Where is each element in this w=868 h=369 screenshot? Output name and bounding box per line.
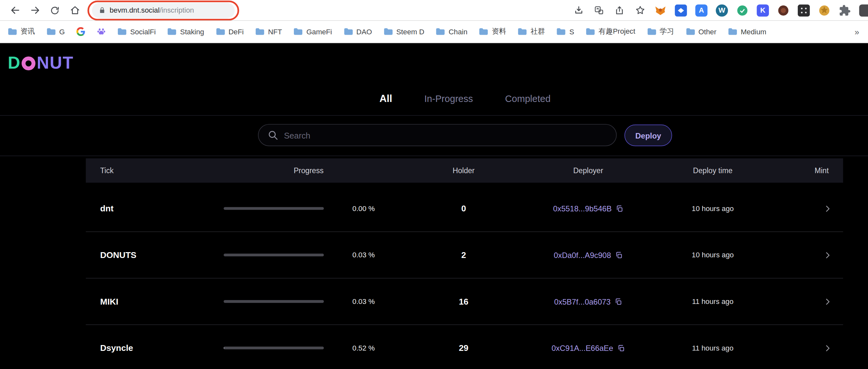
- bookmark-label: Staking: [180, 28, 204, 36]
- bookmark-paw[interactable]: [97, 27, 106, 36]
- bookmark-google[interactable]: [76, 27, 85, 36]
- table-row[interactable]: DONUTS 0.03 % 2 0xDa0f...A9c908 10 hours…: [86, 232, 843, 279]
- home-icon[interactable]: [69, 4, 81, 17]
- deployer-cell: 0x5B7f...0a6073: [523, 278, 653, 324]
- bookmark-item[interactable]: 有趣Project: [586, 27, 635, 37]
- tab-all[interactable]: All: [379, 93, 392, 104]
- folder-icon: [479, 28, 488, 36]
- google-favicon-icon: [76, 27, 85, 36]
- toolbar-actions: A W K: [572, 4, 868, 17]
- gold-token-icon[interactable]: [818, 4, 831, 17]
- bookmark-star-icon[interactable]: [634, 4, 646, 17]
- table-row[interactable]: dnt 0.00 % 0 0x5518...9b546B 10 hours ag…: [86, 185, 843, 232]
- bookmark-item[interactable]: Medium: [728, 28, 766, 36]
- metamask-icon[interactable]: [654, 4, 667, 17]
- progress-cell: 0.03 %: [213, 232, 404, 278]
- share-icon[interactable]: [613, 4, 626, 17]
- mint-chevron-icon[interactable]: [823, 343, 832, 352]
- bookmark-label: GameFi: [307, 28, 332, 36]
- bookmark-item[interactable]: G: [46, 28, 65, 36]
- extensions-puzzle-icon[interactable]: [839, 4, 851, 17]
- tick-cell: DONUTS: [86, 232, 213, 278]
- folder-icon: [167, 28, 177, 36]
- copy-address-button[interactable]: [615, 251, 623, 259]
- search-input[interactable]: [284, 130, 607, 140]
- deploy-button[interactable]: Deploy: [624, 125, 672, 146]
- bookmark-label: Steem D: [397, 28, 425, 36]
- folder-icon: [728, 28, 737, 36]
- progress-percent: 0.03 %: [324, 251, 404, 259]
- mint-cell: [772, 325, 843, 369]
- bookmark-label: DAO: [356, 28, 372, 36]
- bookmarks-overflow-chevron[interactable]: »: [855, 27, 860, 36]
- tab-in-progress[interactable]: In-Progress: [424, 94, 473, 104]
- url-path: /inscription: [160, 6, 194, 14]
- bookmark-item[interactable]: 资讯: [8, 27, 35, 37]
- bookmark-item[interactable]: DAO: [344, 28, 372, 36]
- deployer-cell: 0xDa0f...A9c908: [523, 232, 653, 278]
- bookmark-item[interactable]: Steem D: [383, 28, 424, 36]
- copy-address-button[interactable]: [617, 344, 625, 352]
- bookmark-item[interactable]: DeFi: [216, 28, 244, 36]
- folder-icon: [118, 28, 127, 36]
- back-icon[interactable]: [9, 4, 21, 17]
- brown-token-icon[interactable]: [777, 4, 790, 17]
- folder-icon: [46, 28, 56, 36]
- table-row[interactable]: Dsyncle 0.52 % 29 0xC91A...E66aEe 11 hou…: [86, 325, 843, 369]
- folder-icon: [8, 28, 17, 36]
- header-deployer: Deployer: [523, 158, 653, 183]
- header-progress: Progress: [213, 158, 404, 183]
- bookmark-item[interactable]: GameFi: [293, 28, 332, 36]
- deployer-address[interactable]: 0xDa0f...A9c908: [554, 250, 611, 259]
- reload-icon[interactable]: [49, 4, 61, 17]
- copy-address-button[interactable]: [615, 298, 622, 305]
- deployer-address[interactable]: 0x5518...9b546B: [553, 204, 612, 213]
- table-row[interactable]: MIKI 0.03 % 16 0x5B7f...0a6073 11 hours …: [86, 278, 843, 325]
- keypad-grid-icon[interactable]: [798, 4, 810, 17]
- bookmark-item[interactable]: Staking: [167, 28, 204, 36]
- deployer-address[interactable]: 0xC91A...E66aEe: [552, 343, 613, 352]
- donut-o-icon: [22, 56, 36, 70]
- bookmark-label: SocialFi: [130, 28, 156, 36]
- k-wallet-icon[interactable]: K: [757, 4, 769, 17]
- green-token-icon[interactable]: [736, 4, 749, 17]
- bookmark-item[interactable]: 资料: [479, 27, 506, 37]
- bookmark-item[interactable]: S: [557, 28, 574, 36]
- translate-extension-icon[interactable]: A: [695, 4, 708, 17]
- folder-icon: [586, 28, 595, 36]
- address-bar[interactable]: bevm.dnt.social/inscription: [92, 3, 235, 18]
- tab-completed[interactable]: Completed: [505, 94, 551, 104]
- bookmark-item[interactable]: 学习: [647, 27, 674, 37]
- blue-wallet-icon[interactable]: [675, 4, 687, 17]
- mint-cell: [772, 185, 843, 232]
- translate-icon[interactable]: [593, 4, 605, 17]
- mint-chevron-icon[interactable]: [823, 250, 832, 259]
- cropped-extension-icon[interactable]: [859, 4, 868, 17]
- deployer-cell: 0xC91A...E66aEe: [523, 325, 653, 369]
- donut-logo[interactable]: D NUT: [8, 53, 74, 73]
- bookmark-item[interactable]: Other: [686, 28, 716, 36]
- mint-chevron-icon[interactable]: [823, 204, 832, 213]
- wordpress-icon[interactable]: W: [716, 4, 728, 17]
- progress-bar: [224, 347, 324, 349]
- paw-favicon-icon: [97, 27, 106, 36]
- k-wallet-glyph: K: [760, 6, 766, 14]
- translate-extension-glyph: A: [699, 6, 704, 14]
- bookmark-label: 有趣Project: [598, 27, 635, 37]
- bookmark-item[interactable]: Chain: [436, 28, 467, 36]
- forward-icon[interactable]: [29, 4, 41, 17]
- deployer-address[interactable]: 0x5B7f...0a6073: [554, 297, 610, 306]
- bookmark-label: 资讯: [21, 27, 35, 37]
- progress-percent: 0.00 %: [324, 204, 404, 213]
- bookmark-label: Chain: [448, 28, 467, 36]
- bookmark-item[interactable]: SocialFi: [118, 28, 156, 36]
- bookmark-item[interactable]: 社群: [518, 27, 545, 37]
- holder-cell: 0: [404, 185, 523, 232]
- holder-cell: 16: [404, 278, 523, 324]
- mint-chevron-icon[interactable]: [823, 297, 832, 306]
- download-icon[interactable]: [572, 4, 585, 17]
- copy-address-button[interactable]: [616, 205, 623, 212]
- progress-fill: [224, 347, 224, 349]
- bookmark-item[interactable]: NFT: [255, 28, 282, 36]
- table-body: dnt 0.00 % 0 0x5518...9b546B 10 hours ag…: [86, 185, 843, 369]
